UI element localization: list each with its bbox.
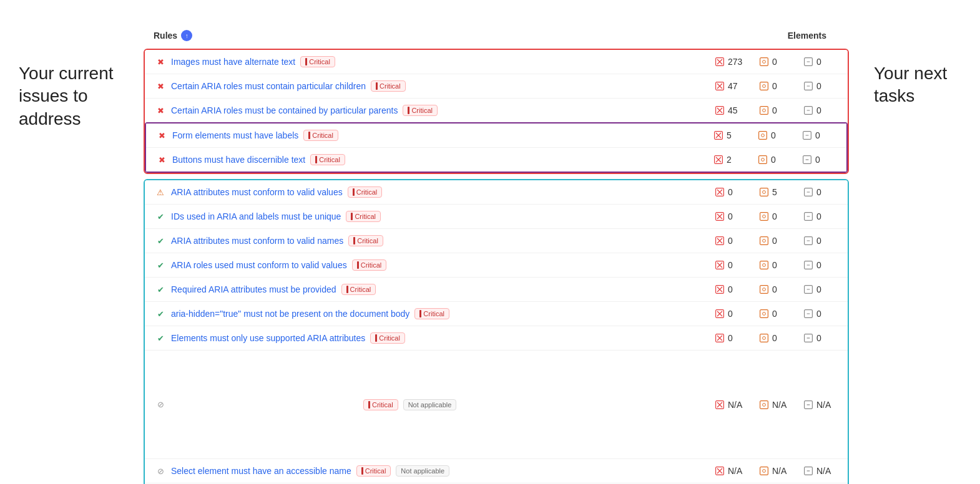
elem-val-3: 0 xyxy=(816,187,821,197)
row-elements: 0 0 0 xyxy=(650,309,838,319)
rule-link[interactable]: Required ARIA attributes must be provide… xyxy=(171,284,336,294)
elem-info-icon xyxy=(803,211,813,221)
teal-section: ⚠ ARIA attributes must conform to valid … xyxy=(144,179,849,484)
elem-val-1: 0 xyxy=(728,309,733,319)
elem-group-3: 0 xyxy=(803,260,838,270)
table-header: Rules ↑ Elements xyxy=(144,25,849,46)
rule-link[interactable]: aria-hidden="true" must not be present o… xyxy=(171,309,409,319)
status-ok-icon: ✔ xyxy=(155,259,166,271)
elem-group-1: 273 xyxy=(715,57,749,67)
elem-val-3: 0 xyxy=(816,211,821,221)
tag-bar xyxy=(305,58,307,65)
elem-broken-icon xyxy=(715,57,725,67)
row-elements: 47 0 0 xyxy=(650,81,838,91)
svg-rect-41 xyxy=(760,310,768,318)
table-row: ✖ Form elements must have labels Critica… xyxy=(146,123,846,148)
sort-icon[interactable]: ↑ xyxy=(181,30,192,41)
elem-broken-icon xyxy=(715,187,725,197)
elem-val-1: 273 xyxy=(728,57,742,67)
rule-link[interactable]: Elements must only use supported ARIA at… xyxy=(171,333,365,343)
rule-link[interactable]: elements must have captions xyxy=(171,357,358,452)
svg-rect-5 xyxy=(760,82,768,90)
elem-val-2: 0 xyxy=(772,260,777,270)
elem-val-2: 0 xyxy=(772,284,777,294)
elem-group-1: 0 xyxy=(715,284,749,294)
elem-broken-icon xyxy=(715,309,725,319)
elem-info-icon xyxy=(803,400,813,410)
elem-group-1: 45 xyxy=(715,105,749,115)
elem-warning-icon xyxy=(759,333,769,343)
status-ok-icon: ✔ xyxy=(155,284,166,295)
status-ok-icon: ✔ xyxy=(155,235,166,246)
rule-link[interactable]: Certain ARIA roles must be contained by … xyxy=(171,105,398,115)
elem-val-3: 0 xyxy=(815,130,820,140)
elem-warning-icon xyxy=(759,81,769,91)
row-rule: ⚠ ARIA attributes must conform to valid … xyxy=(155,186,650,198)
elem-info-icon xyxy=(802,155,812,165)
elem-val-2: 0 xyxy=(772,105,777,115)
elem-val-1: 0 xyxy=(728,260,733,270)
elements-label: Elements xyxy=(652,31,839,41)
elem-broken-icon xyxy=(715,105,725,115)
col-rules-header: Rules ↑ xyxy=(154,30,652,41)
table-row: ⊘ Select element must have an accessible… xyxy=(145,459,848,483)
table-row: ✖ Certain ARIA roles must contain partic… xyxy=(145,74,848,99)
tag-bar xyxy=(419,310,421,317)
rule-link[interactable]: ARIA roles used must conform to valid va… xyxy=(171,260,347,270)
table-row: ✖ Images must have alternate text Critic… xyxy=(145,50,848,74)
elem-info-icon xyxy=(803,57,813,67)
elem-warning-icon xyxy=(759,211,769,221)
tag-critical: Critical xyxy=(348,235,383,246)
elem-group-1: 0 xyxy=(715,260,749,270)
elem-group-1: 2 xyxy=(713,155,748,165)
table-row: ✔ ARIA roles used must conform to valid … xyxy=(145,253,848,278)
tag-critical: Critical xyxy=(341,284,376,295)
status-na-icon: ⊘ xyxy=(155,399,166,410)
elem-val-2: 0 xyxy=(772,333,777,343)
elem-group-3: 0 xyxy=(803,57,838,67)
tag-bar xyxy=(375,334,377,342)
elem-group-2: 0 xyxy=(758,130,792,140)
svg-rect-1 xyxy=(760,58,768,66)
svg-rect-17 xyxy=(759,156,767,164)
row-elements: 0 5 0 xyxy=(650,187,838,197)
elem-val-3: 0 xyxy=(816,284,821,294)
elem-val-2: 0 xyxy=(771,130,776,140)
elem-val-1: 47 xyxy=(728,81,738,91)
tag-bar xyxy=(376,82,378,90)
row-elements: 273 0 0 xyxy=(650,57,838,67)
table-row: ⊘ elements must have captions Critical N… xyxy=(145,351,848,459)
tag-critical: Critical xyxy=(303,130,338,141)
elem-group-2: 0 xyxy=(759,333,793,343)
rule-link[interactable]: Certain ARIA roles must contain particul… xyxy=(171,81,366,91)
row-elements: 45 0 0 xyxy=(650,105,838,115)
elem-val-1: 45 xyxy=(728,105,738,115)
elem-val-2: N/A xyxy=(772,400,786,410)
rule-link[interactable]: Buttons must have discernible text xyxy=(172,155,305,165)
elem-broken-icon xyxy=(715,236,725,246)
elem-group-3: 0 xyxy=(802,155,836,165)
tag-bar xyxy=(308,132,310,139)
elem-broken-icon xyxy=(715,211,725,221)
tag-bar xyxy=(408,107,409,114)
elem-warning-icon xyxy=(759,284,769,294)
tag-critical: Critical xyxy=(346,211,381,222)
svg-point-42 xyxy=(763,312,766,316)
status-ok-icon: ✔ xyxy=(155,211,166,222)
rule-link[interactable]: IDs used in ARIA and labels must be uniq… xyxy=(171,211,341,221)
elem-warning-icon xyxy=(759,236,769,246)
tag-bar xyxy=(361,467,363,475)
rule-link[interactable]: ARIA attributes must conform to valid na… xyxy=(171,236,343,246)
tag-critical: Critical xyxy=(370,332,405,344)
tag-bar xyxy=(315,156,317,163)
tag-critical: Critical xyxy=(403,105,438,116)
svg-rect-37 xyxy=(760,286,768,294)
elem-group-2: 0 xyxy=(759,260,793,270)
rule-link[interactable]: Images must have alternate text xyxy=(171,57,295,67)
purple-rows-container: ✖ Form elements must have labels Critica… xyxy=(146,123,846,172)
rule-link[interactable]: Form elements must have labels xyxy=(172,130,298,140)
rule-link[interactable]: Select element must have an accessible n… xyxy=(171,466,351,476)
rule-link[interactable]: ARIA attributes must conform to valid va… xyxy=(171,187,343,197)
elem-group-2: 0 xyxy=(759,284,793,294)
svg-point-54 xyxy=(763,470,766,473)
